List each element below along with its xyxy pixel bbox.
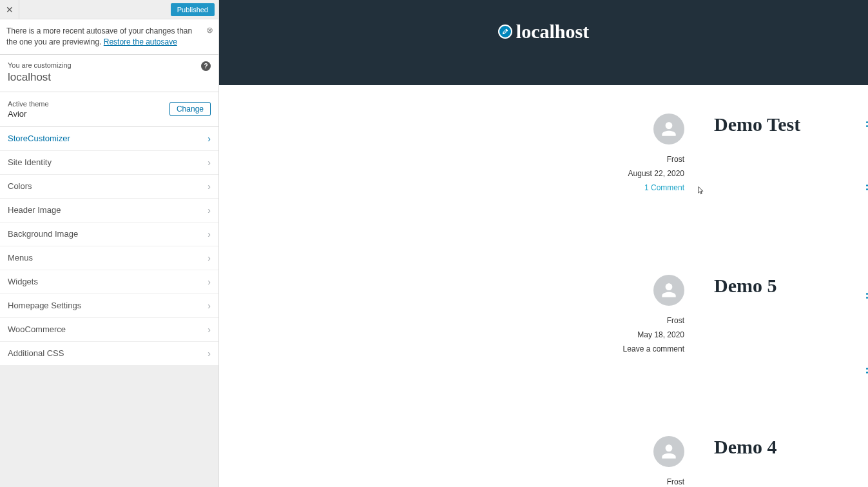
site-header: localhost — [219, 0, 868, 85]
chevron-right-icon: › — [207, 229, 211, 239]
post-title[interactable]: Demo 5 — [714, 275, 868, 297]
customizer-menu: StoreCustomizer›Site Identity›Colors›Hea… — [0, 127, 218, 366]
content-area: FrostAugust 22, 20201 CommentDemo TestFr… — [219, 85, 868, 487]
post-date[interactable]: August 22, 2020 — [628, 169, 684, 178]
menu-item-storecustomizer[interactable]: StoreCustomizer› — [0, 127, 218, 151]
change-theme-button[interactable]: Change — [169, 102, 211, 116]
active-theme-label: Active theme — [8, 100, 49, 108]
menu-item-menus[interactable]: Menus› — [0, 246, 218, 270]
menu-item-label: WooCommerce — [8, 324, 66, 334]
chevron-right-icon: › — [207, 205, 211, 215]
publish-button[interactable]: Published — [171, 3, 215, 16]
customizing-label: You are customizing — [8, 61, 211, 69]
top-bar: ✕ Published — [0, 0, 218, 19]
menu-item-woocommerce[interactable]: WooCommerce› — [0, 318, 218, 342]
avatar-icon — [653, 114, 684, 144]
menu-item-label: Site Identity — [8, 157, 52, 167]
avatar-icon — [653, 436, 684, 467]
preview-pane: localhost FrostAugust 22, 20201 CommentD… — [219, 0, 868, 487]
menu-item-additional-css[interactable]: Additional CSS› — [0, 342, 218, 366]
menu-item-label: Menus — [8, 253, 33, 263]
post-author[interactable]: Frost — [667, 155, 684, 164]
post-meta: FrostMay 18, 2020Leave a comment — [219, 436, 714, 487]
menu-item-header-image[interactable]: Header Image› — [0, 199, 218, 223]
restore-autosave-link[interactable]: Restore the autosave — [104, 37, 177, 46]
post-title[interactable]: Demo Test — [714, 114, 868, 135]
post-comments[interactable]: 1 Comment — [644, 183, 684, 192]
menu-item-background-image[interactable]: Background Image› — [0, 223, 218, 246]
menu-item-homepage-settings[interactable]: Homepage Settings› — [0, 294, 218, 318]
post-date[interactable]: May 18, 2020 — [637, 330, 684, 339]
post-author[interactable]: Frost — [667, 477, 684, 486]
chevron-right-icon: › — [207, 253, 211, 263]
menu-item-label: Colors — [8, 181, 32, 191]
post-title[interactable]: Demo 4 — [714, 436, 868, 458]
chevron-right-icon: › — [207, 134, 211, 144]
post-title-col: Demo 5 — [714, 275, 868, 359]
post-meta: FrostMay 18, 2020Leave a comment — [219, 275, 714, 359]
post-entry: FrostMay 18, 2020Leave a commentDemo 5 — [219, 275, 868, 359]
menu-item-label: Widgets — [8, 277, 38, 286]
menu-item-site-identity[interactable]: Site Identity› — [0, 151, 218, 175]
menu-item-label: Additional CSS — [8, 348, 64, 358]
theme-row: Active theme Avior Change — [0, 92, 218, 127]
chevron-right-icon: › — [207, 324, 211, 335]
menu-item-label: Header Image — [8, 205, 61, 215]
chevron-right-icon: › — [207, 157, 211, 168]
chevron-right-icon: › — [207, 348, 211, 359]
menu-item-label: Homepage Settings — [8, 301, 81, 310]
post-title-col: Demo Test — [714, 114, 868, 197]
dismiss-icon[interactable]: ⊗ — [206, 25, 213, 36]
chevron-right-icon: › — [207, 301, 211, 311]
site-title[interactable]: localhost — [516, 21, 589, 43]
customizer-sidebar: ✕ Published There is a more recent autos… — [0, 0, 219, 487]
help-icon[interactable]: ? — [201, 61, 211, 71]
menu-item-colors[interactable]: Colors› — [0, 175, 218, 199]
chevron-right-icon: › — [207, 277, 211, 287]
menu-item-widgets[interactable]: Widgets› — [0, 270, 218, 294]
menu-item-label: StoreCustomizer — [8, 134, 70, 143]
site-name: localhost — [8, 71, 211, 84]
chevron-right-icon: › — [207, 181, 211, 192]
panel-title: You are customizing localhost ? — [0, 55, 218, 92]
close-button[interactable]: ✕ — [0, 0, 19, 19]
edit-shortcut-icon[interactable] — [498, 25, 512, 39]
avatar-icon — [653, 275, 684, 306]
post-author[interactable]: Frost — [667, 316, 684, 325]
post-meta: FrostAugust 22, 20201 Comment — [219, 114, 714, 197]
post-title-col: Demo 4 — [714, 436, 868, 487]
post-entry: FrostAugust 22, 20201 CommentDemo Test — [219, 114, 868, 197]
post-comments[interactable]: Leave a comment — [623, 344, 684, 353]
autosave-notice: There is a more recent autosave of your … — [0, 19, 218, 55]
post-entry: FrostMay 18, 2020Leave a commentDemo 4 — [219, 436, 868, 487]
menu-item-label: Background Image — [8, 229, 78, 239]
theme-name: Avior — [8, 109, 49, 119]
